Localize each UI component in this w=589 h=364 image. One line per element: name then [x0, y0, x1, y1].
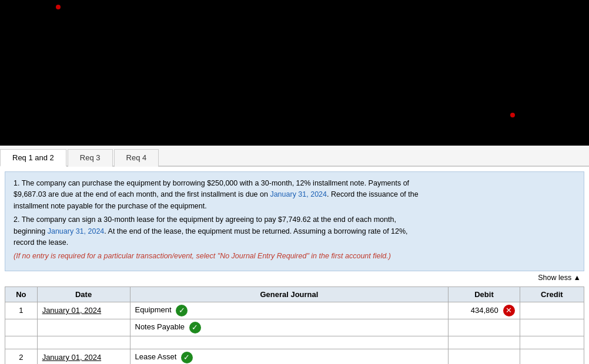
empty-no — [5, 336, 38, 349]
empty-account[interactable] — [130, 336, 449, 349]
show-less-row: Show less ▲ — [5, 271, 584, 283]
main-content: 1. The company can purchase the equipmen… — [0, 171, 589, 364]
tab-req1and2[interactable]: Req 1 and 2 — [0, 149, 66, 167]
table-row: 1 January 01, 2024 Equipment ✓ 434,860 ✕ — [5, 302, 584, 319]
black-header — [0, 0, 589, 146]
row1-error-icon: ✕ — [503, 305, 515, 316]
date-highlight-1: January 31, 2024 — [270, 190, 327, 198]
row3-credit[interactable] — [520, 349, 584, 364]
row1-date: January 01, 2024 — [37, 302, 130, 319]
info-condition: (If no entry is required for a particula… — [14, 251, 575, 262]
red-dot-top-left — [56, 5, 61, 9]
table-row: Notes Payable ✓ — [5, 319, 584, 336]
col-header-debit: Debit — [449, 287, 520, 302]
row2-check-icon: ✓ — [189, 322, 201, 333]
row2-debit[interactable] — [449, 319, 520, 336]
row1-no: 1 — [5, 302, 38, 319]
show-less-button[interactable]: Show less ▲ — [538, 274, 581, 282]
row1-credit[interactable] — [520, 302, 584, 319]
tab-req3[interactable]: Req 3 — [68, 149, 113, 167]
journal-table: No Date General Journal Debit Credit 1 J… — [5, 287, 584, 364]
red-dot-top-right — [510, 113, 515, 117]
row1-debit[interactable]: 434,860 ✕ — [449, 302, 520, 319]
row1-debit-value: 434,860 — [471, 306, 498, 315]
date-highlight-2: January 31, 2024 — [48, 227, 105, 235]
row3-account[interactable]: Lease Asset ✓ — [130, 349, 449, 364]
empty-date — [37, 336, 130, 349]
info-box: 1. The company can purchase the equipmen… — [5, 171, 584, 271]
empty-debit[interactable] — [449, 336, 520, 349]
empty-credit[interactable] — [520, 336, 584, 349]
col-header-no: No — [5, 287, 38, 302]
row1-account[interactable]: Equipment ✓ — [130, 302, 449, 319]
col-header-credit: Credit — [520, 287, 584, 302]
row3-date: January 01, 2024 — [37, 349, 130, 364]
row2-date — [37, 319, 130, 336]
row3-check-icon: ✓ — [181, 352, 193, 363]
col-header-date: Date — [37, 287, 130, 302]
tabs-bar: Req 1 and 2 Req 3 Req 4 — [0, 146, 589, 167]
col-header-general-journal: General Journal — [130, 287, 449, 302]
row2-account[interactable]: Notes Payable ✓ — [130, 319, 449, 336]
row1-check-icon: ✓ — [176, 305, 188, 316]
info-line2: 2. The company can sign a 30-month lease… — [14, 214, 575, 248]
table-row-empty — [5, 336, 584, 349]
row2-credit[interactable] — [520, 319, 584, 336]
row3-debit[interactable] — [449, 349, 520, 364]
info-line1: 1. The company can purchase the equipmen… — [14, 178, 575, 212]
tab-req4[interactable]: Req 4 — [114, 149, 159, 167]
row3-no: 2 — [5, 349, 38, 364]
row2-no — [5, 319, 38, 336]
table-row: 2 January 01, 2024 Lease Asset ✓ — [5, 349, 584, 364]
